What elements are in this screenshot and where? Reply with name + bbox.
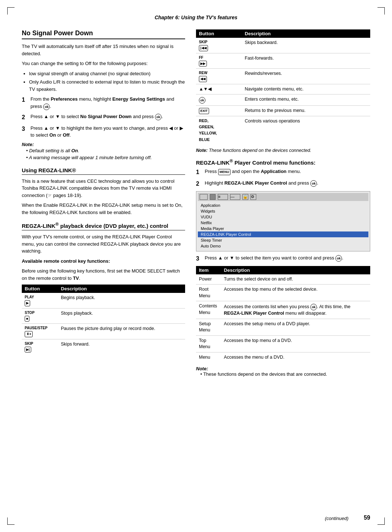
left-column: No Signal Power Down The TV will automat… bbox=[22, 29, 185, 380]
toolbar-icon-1 bbox=[200, 194, 208, 200]
step-1: 1 From the Preferences menu, highlight E… bbox=[22, 96, 185, 110]
table-row: Power Turns the select device on and off… bbox=[196, 274, 370, 285]
desc-header: Description bbox=[221, 266, 370, 274]
menu-item: Auto Demo bbox=[198, 243, 368, 249]
btn-ok: ok bbox=[196, 94, 242, 106]
btn-ff: FF ▶▶ bbox=[196, 53, 242, 69]
desc-ok: Enters contents menu, etc. bbox=[242, 94, 370, 106]
table-row: PLAY ▶ Begins playback. bbox=[22, 293, 185, 308]
corner-tl bbox=[7, 7, 15, 15]
right-table-desc-header: Description bbox=[242, 29, 370, 38]
item-menu: Menu bbox=[196, 352, 221, 362]
table-row: SKIP ▶| Skips forward. bbox=[22, 339, 185, 354]
btn-skip-fwd: SKIP ▶| bbox=[22, 339, 58, 354]
desc-colors: Controls various operations bbox=[242, 116, 370, 144]
left-table-desc-header: Description bbox=[58, 285, 185, 293]
bullet-2: Only Audio L/R is connected to external … bbox=[29, 78, 185, 93]
ok-icon-2: ok bbox=[155, 114, 162, 120]
main-columns: No Signal Power Down The TV will automat… bbox=[22, 29, 370, 380]
table-row: EXIT Returns to the previous menu. bbox=[196, 106, 370, 116]
bullet-1: low signal strength of analog channel (n… bbox=[29, 70, 185, 77]
btn-exit: EXIT bbox=[196, 106, 242, 116]
note-box-1: Note: • Default setting is all On. • A w… bbox=[22, 142, 185, 161]
menu-list: Application Widgets VUDU Netflix Media P… bbox=[198, 202, 368, 250]
right-step-3: 3 Press ▲ or ▼ to select the item you wa… bbox=[196, 254, 370, 263]
step-3: 3 Press ▲ or ▼ to highlight the item you… bbox=[22, 125, 185, 139]
table-row: ▲▼◀ Navigate contents menu, etc. bbox=[196, 84, 370, 94]
btn-navigate: ▲▼◀ bbox=[196, 84, 242, 94]
desc-exit: Returns to the previous menu. bbox=[242, 106, 370, 116]
table-row: Top Menu Accesses the top menu of a DVD. bbox=[196, 335, 370, 352]
ok-icon-1: ok bbox=[43, 104, 50, 110]
menu-item: Netflix bbox=[198, 220, 368, 226]
left-bottom-table: Button Description PLAY ▶ Begins playbac… bbox=[22, 285, 185, 354]
regza-intro2: When the Enable REGZA-LINK in the REGZA-… bbox=[22, 202, 185, 216]
regza-intro1: This is a new feature that uses CEC tech… bbox=[22, 178, 185, 199]
desc-power: Turns the select device on and off. bbox=[221, 274, 370, 285]
desc-skip-fwd: Skips forward. bbox=[58, 339, 185, 354]
step-2: 2 Press ▲ or ▼ to select No Signal Power… bbox=[22, 113, 185, 122]
desc-rew: Rewinds/reverses. bbox=[242, 69, 370, 84]
toolbar-icon-2 bbox=[210, 194, 216, 200]
menu-screenshot: ≡ — 🔒 ⚙ Application Widgets VUDU Netflix… bbox=[196, 191, 370, 251]
note-label-bottom: Note: bbox=[196, 366, 370, 371]
toolbar-icon-3: ≡ bbox=[218, 194, 228, 200]
right-column: Button Description SKIP |◀◀ Skips backwa… bbox=[196, 29, 370, 380]
table-row: SKIP |◀◀ Skips backward. bbox=[196, 38, 370, 53]
menu-item: VUDU bbox=[198, 214, 368, 220]
menu-item: Sleep Timer bbox=[198, 237, 368, 243]
desc-setup-menu: Accesses the setup menu of a DVD player. bbox=[221, 319, 370, 335]
desc-root-menu: Accesses the top menu of the selected de… bbox=[221, 285, 370, 301]
toolbar-icon-4: — bbox=[230, 194, 240, 200]
desc-play: Begins playback. bbox=[58, 293, 185, 308]
table-row: SetupMenu Accesses the setup menu of a D… bbox=[196, 319, 370, 335]
table-row: ok Enters contents menu, etc. bbox=[196, 94, 370, 106]
playback-intro: With your TV's remote control, or using … bbox=[22, 233, 185, 255]
note-devices: Note: These functions depend on the devi… bbox=[196, 148, 370, 154]
desc-skip-back: Skips backward. bbox=[242, 38, 370, 53]
continued-label: (continued) bbox=[325, 516, 348, 521]
item-setup-menu: SetupMenu bbox=[196, 319, 221, 335]
corner-tr bbox=[377, 7, 385, 15]
regza-player-heading: REGZA-LINK® Player Control menu function… bbox=[196, 158, 370, 166]
note-bullet-bottom: • These functions depend on the devices … bbox=[200, 371, 370, 377]
section-regza-link-title: Using REGZA-LINK® bbox=[22, 167, 185, 175]
table-row: STOP ■ Stops playback. bbox=[22, 308, 185, 324]
desc-menu: Accesses the menu of a DVD. bbox=[221, 352, 370, 362]
table-row: Menu Accesses the menu of a DVD. bbox=[196, 352, 370, 362]
btn-rew: REW ◀◀ bbox=[196, 69, 242, 84]
right-step-1: 1 Press MENU and open the Application me… bbox=[196, 168, 370, 177]
btn-skip-back: SKIP |◀◀ bbox=[196, 38, 242, 53]
table-row: FF ▶▶ Fast-forwards. bbox=[196, 53, 370, 69]
btn-play: PLAY ▶ bbox=[22, 293, 58, 308]
table-row: ContentsMenu Accesses the contents list … bbox=[196, 301, 370, 319]
menu-toolbar: ≡ — 🔒 ⚙ bbox=[198, 193, 368, 201]
item-header: Item bbox=[196, 266, 221, 274]
toolbar-icon-5: 🔒 bbox=[242, 194, 248, 200]
item-top-menu: Top Menu bbox=[196, 335, 221, 352]
btn-pause: PAUSE/STEP ⏸▶ bbox=[22, 324, 58, 339]
section-no-signal-title: No Signal Power Down bbox=[22, 29, 185, 39]
table-row: RED, GREEN, YELLOW, BLUE Controls variou… bbox=[196, 116, 370, 144]
menu-item-selected: REGZA-LINK Player Control bbox=[198, 231, 368, 237]
right-top-table: Button Description SKIP |◀◀ Skips backwa… bbox=[196, 29, 370, 144]
item-root-menu: RootMenu bbox=[196, 285, 221, 301]
btn-colors: RED, GREEN, YELLOW, BLUE bbox=[196, 116, 242, 144]
table-row: PAUSE/STEP ⏸▶ Pauses the picture during … bbox=[22, 324, 185, 339]
page-number: 59 bbox=[364, 515, 370, 521]
table-row: RootMenu Accesses the top menu of the se… bbox=[196, 285, 370, 301]
toolbar-icon-6: ⚙ bbox=[250, 194, 256, 200]
note-bullet-2: • A warning message will appear 1 minute… bbox=[26, 154, 185, 161]
menu-item: Widgets bbox=[198, 208, 368, 214]
item-power: Power bbox=[196, 274, 221, 285]
page: Chapter 6: Using the TV's features No Si… bbox=[0, 0, 392, 532]
menu-item: Application bbox=[198, 202, 368, 208]
desc-navigate: Navigate contents menu, etc. bbox=[242, 84, 370, 94]
no-signal-intro2: You can change the setting to Off for th… bbox=[22, 60, 185, 67]
mode-select-note: Before using the following key functions… bbox=[22, 267, 185, 282]
desc-top-menu: Accesses the top menu of a DVD. bbox=[221, 335, 370, 352]
left-table-btn-header: Button bbox=[22, 285, 58, 293]
right-table-btn-header: Button bbox=[196, 29, 242, 38]
no-signal-intro1: The TV will automatically turn itself of… bbox=[22, 43, 185, 57]
item-contents-menu: ContentsMenu bbox=[196, 301, 221, 319]
